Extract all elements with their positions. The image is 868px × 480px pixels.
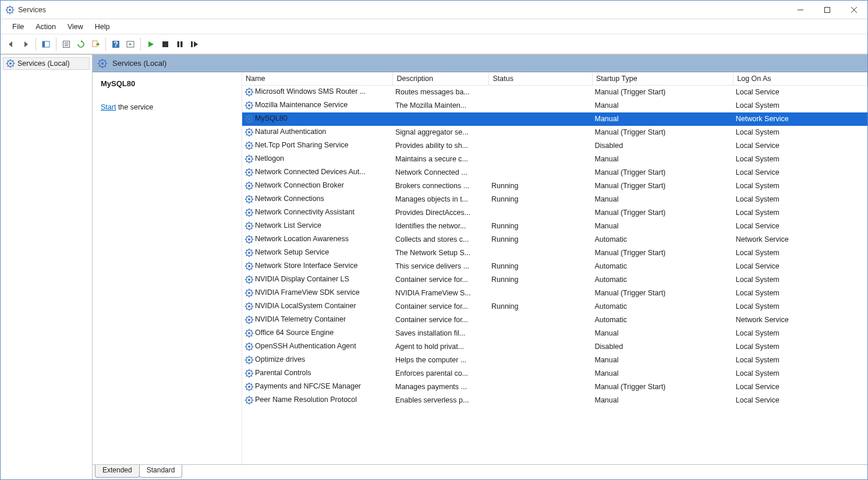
services-list[interactable]: Name Description Status Startup Type Log… <box>242 72 867 464</box>
cell-log-on-as: Local Service <box>734 260 867 273</box>
cell-description: Manages payments ... <box>393 380 489 394</box>
service-row[interactable]: Network ConnectionsManages objects in t.… <box>242 193 867 206</box>
col-header-status[interactable]: Status <box>489 72 593 86</box>
service-row[interactable]: NVIDIA Display Container LSContainer ser… <box>242 273 867 287</box>
cell-description: Container service for... <box>393 300 489 313</box>
cell-description: Maintains a secure c... <box>393 153 489 166</box>
show-hide-action-button[interactable] <box>123 37 137 51</box>
service-row[interactable]: NVIDIA FrameView SDK serviceNVIDIA Frame… <box>242 287 867 300</box>
cell-name: NVIDIA FrameView SDK service <box>242 287 393 300</box>
close-button[interactable] <box>841 1 867 19</box>
cell-startup-type: Manual (Trigger Start) <box>592 206 733 220</box>
help-button[interactable]: ? <box>109 37 123 51</box>
cell-log-on-as: Local System <box>734 340 867 354</box>
service-row[interactable]: MySQL80ManualNetwork Service <box>242 112 867 126</box>
menu-view[interactable]: View <box>62 20 88 33</box>
col-header-description[interactable]: Description <box>393 72 489 86</box>
service-row[interactable]: Net.Tcp Port Sharing ServiceProvides abi… <box>242 139 867 153</box>
service-row[interactable]: NVIDIA Telemetry ContainerContainer serv… <box>242 313 867 327</box>
service-row[interactable]: OpenSSH Authentication AgentAgent to hol… <box>242 340 867 354</box>
properties-button[interactable] <box>59 37 73 51</box>
start-service-button[interactable] <box>144 37 158 51</box>
cell-status: Running <box>489 220 593 233</box>
service-row[interactable]: Network Store Interface ServiceThis serv… <box>242 260 867 273</box>
cell-log-on-as: Local Service <box>734 86 867 99</box>
cell-log-on-as: Local Service <box>734 166 867 179</box>
cell-name: Network Setup Service <box>242 246 393 260</box>
cell-status <box>489 313 593 327</box>
cell-name: NVIDIA LocalSystem Container <box>242 300 393 313</box>
cell-description: Container service for... <box>393 273 489 287</box>
gear-icon <box>245 87 254 97</box>
gear-icon <box>245 168 254 177</box>
cell-status: Running <box>489 300 593 313</box>
cell-name: NVIDIA Display Container LS <box>242 273 393 287</box>
gear-icon <box>245 235 254 244</box>
service-row[interactable]: Network List ServiceIdentifies the netwo… <box>242 220 867 233</box>
gear-icon <box>245 154 254 164</box>
service-row[interactable]: NVIDIA LocalSystem ContainerContainer se… <box>242 300 867 313</box>
cell-log-on-as: Local System <box>734 246 867 260</box>
cell-description <box>393 112 489 126</box>
cell-name: Office 64 Source Engine <box>242 327 393 340</box>
cell-name: Peer Name Resolution Protocol <box>242 394 393 407</box>
tab-extended[interactable]: Extended <box>95 465 140 478</box>
service-row[interactable]: Natural AuthenticationSignal aggregator … <box>242 126 867 139</box>
refresh-button[interactable] <box>74 37 88 51</box>
stop-service-button[interactable] <box>158 37 172 51</box>
cell-description: Manages objects in t... <box>393 193 489 206</box>
cell-status: Running <box>489 193 593 206</box>
cell-status <box>489 139 593 153</box>
cell-description: Identifies the networ... <box>393 220 489 233</box>
col-header-startup-type[interactable]: Startup Type <box>592 72 733 86</box>
restart-service-button[interactable] <box>187 37 201 51</box>
show-hide-tree-button[interactable] <box>39 37 53 51</box>
cell-startup-type: Manual (Trigger Start) <box>592 246 733 260</box>
cell-log-on-as: Local Service <box>734 139 867 153</box>
col-header-log-on-as[interactable]: Log On As <box>734 72 867 86</box>
cell-log-on-as: Local Service <box>734 394 867 407</box>
cell-log-on-as: Network Service <box>734 233 867 246</box>
service-row[interactable]: Network Setup ServiceThe Network Setup S… <box>242 246 867 260</box>
service-row[interactable]: Network Connected Devices Aut...Network … <box>242 166 867 179</box>
menu-help[interactable]: Help <box>90 20 115 33</box>
minimize-button[interactable] <box>787 1 814 19</box>
forward-button[interactable] <box>19 37 33 51</box>
gear-icon <box>245 221 254 231</box>
gear-icon <box>245 329 254 338</box>
cell-status: Running <box>489 179 593 193</box>
gear-icon <box>245 288 254 298</box>
gear-icon <box>245 262 254 271</box>
service-row[interactable]: Parental ControlsEnforces parental co...… <box>242 367 867 380</box>
tree-root-services-local[interactable]: Services (Local) <box>3 57 90 70</box>
service-row[interactable]: Mozilla Maintenance ServiceThe Mozilla M… <box>242 99 867 112</box>
export-button[interactable] <box>88 37 102 51</box>
col-header-name[interactable]: Name <box>242 72 393 86</box>
cell-status <box>489 394 593 407</box>
toolbar: ? <box>1 34 867 54</box>
cell-startup-type: Manual <box>592 99 733 112</box>
gear-icon <box>6 59 15 68</box>
cell-name: Parental Controls <box>242 367 393 380</box>
service-row[interactable]: Optimize drivesHelps the computer ...Man… <box>242 354 867 367</box>
pause-service-button[interactable] <box>173 37 187 51</box>
back-button[interactable] <box>4 37 18 51</box>
maximize-button[interactable] <box>814 1 841 19</box>
tab-standard[interactable]: Standard <box>139 465 183 478</box>
service-row[interactable]: Peer Name Resolution ProtocolEnables ser… <box>242 394 867 407</box>
cell-startup-type: Automatic <box>592 300 733 313</box>
menu-action[interactable]: Action <box>30 20 61 33</box>
menu-file[interactable]: File <box>7 20 29 33</box>
gear-icon <box>245 302 254 311</box>
cell-status: Running <box>489 273 593 287</box>
cell-startup-type: Manual <box>592 112 733 126</box>
start-service-link[interactable]: Start <box>101 103 116 111</box>
service-row[interactable]: Network Location AwarenessCollects and s… <box>242 233 867 246</box>
service-row[interactable]: Network Connectivity AssistantProvides D… <box>242 206 867 220</box>
service-row[interactable]: Payments and NFC/SE ManagerManages payme… <box>242 380 867 394</box>
service-row[interactable]: Network Connection BrokerBrokers connect… <box>242 179 867 193</box>
service-row[interactable]: Microsoft Windows SMS Router ...Routes m… <box>242 86 867 99</box>
tree-root-label: Services (Local) <box>17 59 70 68</box>
service-row[interactable]: Office 64 Source EngineSaves installatio… <box>242 327 867 340</box>
service-row[interactable]: NetlogonMaintains a secure c...ManualLoc… <box>242 153 867 166</box>
